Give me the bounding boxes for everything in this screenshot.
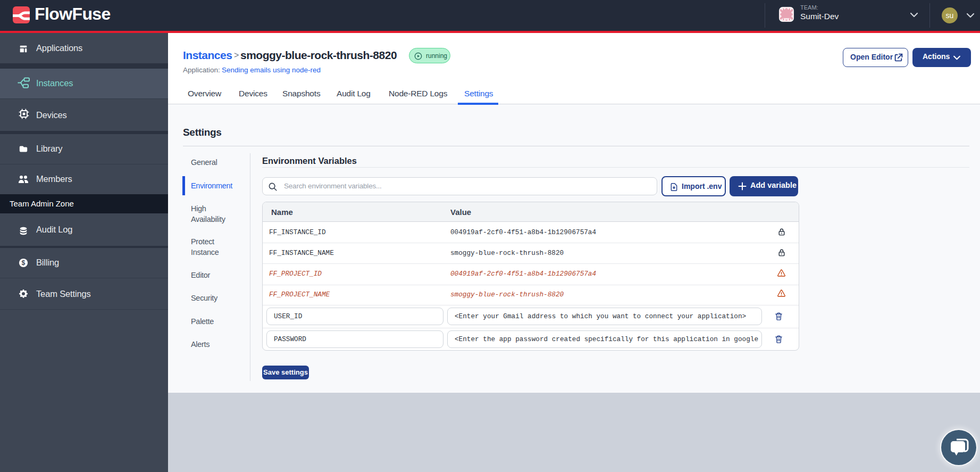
- svg-text:$: $: [22, 259, 26, 267]
